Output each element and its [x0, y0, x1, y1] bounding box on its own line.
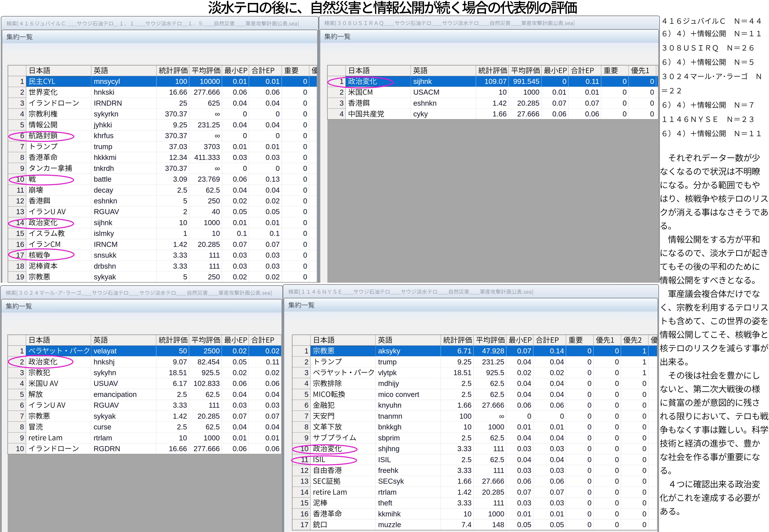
svg-text:0.02: 0.02	[517, 369, 531, 377]
svg-text:10: 10	[212, 229, 220, 237]
svg-text:3703: 3703	[204, 143, 220, 151]
svg-text:decay: decay	[94, 186, 113, 194]
svg-text:0.04: 0.04	[550, 390, 564, 398]
svg-text:0.01: 0.01	[265, 434, 279, 442]
svg-text:∞: ∞	[215, 164, 220, 172]
svg-text:12: 12	[300, 466, 308, 474]
svg-text:0: 0	[615, 358, 619, 366]
svg-text:47.928: 47.928	[482, 347, 504, 355]
svg-text:2500: 2500	[204, 347, 220, 355]
svg-text:0: 0	[623, 88, 627, 96]
svg-text:0: 0	[303, 175, 307, 183]
svg-text:1000: 1000	[523, 88, 539, 96]
svg-text:82.454: 82.454	[198, 358, 220, 366]
svg-text:0: 0	[615, 510, 619, 518]
svg-text:0: 0	[642, 412, 646, 420]
svg-text:0: 0	[303, 197, 307, 205]
svg-text:0: 0	[303, 143, 307, 151]
svg-text:1: 1	[183, 229, 187, 237]
svg-text:3: 3	[20, 369, 24, 377]
svg-text:2.5: 2.5	[461, 456, 472, 464]
svg-text:theft: theft	[378, 499, 392, 507]
svg-text:8: 8	[20, 153, 24, 161]
svg-text:2.5: 2.5	[461, 390, 472, 398]
svg-text:0: 0	[243, 164, 247, 172]
svg-text:rtrlam: rtrlam	[378, 488, 397, 496]
svg-text:0: 0	[615, 423, 619, 431]
svg-text:USUAV: USUAV	[94, 379, 118, 387]
svg-text:62.5: 62.5	[490, 456, 504, 464]
svg-text:0.03: 0.03	[517, 445, 531, 453]
svg-text:0.03: 0.03	[233, 153, 247, 161]
svg-text:7: 7	[20, 143, 24, 151]
svg-text:20.285: 20.285	[517, 99, 539, 107]
svg-text:∞: ∞	[215, 110, 220, 118]
svg-text:0: 0	[615, 434, 619, 442]
svg-text:0.06: 0.06	[233, 88, 247, 96]
svg-text:mdhijy: mdhijy	[378, 379, 399, 387]
svg-text:trump: trump	[94, 143, 112, 151]
svg-text:0.03: 0.03	[517, 499, 531, 507]
svg-text:0.04: 0.04	[266, 186, 280, 194]
svg-text:rtrlam: rtrlam	[94, 434, 112, 442]
svg-text:250: 250	[208, 197, 220, 205]
svg-text:925.5: 925.5	[486, 369, 504, 377]
svg-text:40: 40	[212, 208, 220, 216]
svg-text:1: 1	[305, 347, 308, 355]
svg-text:hkkkmi: hkkkmi	[94, 153, 116, 161]
svg-text:6.17: 6.17	[173, 379, 187, 387]
svg-text:2: 2	[305, 358, 308, 366]
svg-text:0.06: 0.06	[265, 379, 279, 387]
svg-text:5: 5	[305, 390, 308, 398]
svg-text:16: 16	[16, 240, 24, 248]
svg-text:hnkshj: hnkshj	[94, 358, 114, 366]
svg-text:0.03: 0.03	[266, 251, 280, 259]
svg-text:0: 0	[642, 379, 646, 387]
svg-text:0.06: 0.06	[233, 379, 247, 387]
svg-text:0: 0	[276, 132, 280, 140]
svg-text:0.01: 0.01	[233, 434, 247, 442]
svg-text:0: 0	[615, 456, 619, 464]
svg-text:0: 0	[588, 401, 591, 409]
svg-text:20.285: 20.285	[198, 412, 220, 420]
svg-text:0: 0	[562, 77, 566, 85]
svg-text:0: 0	[642, 434, 646, 442]
svg-text:battle: battle	[94, 175, 112, 183]
svg-text:1.66: 1.66	[493, 110, 507, 118]
svg-text:0.02: 0.02	[266, 273, 280, 281]
svg-text:1000: 1000	[204, 434, 220, 442]
svg-text:3: 3	[305, 369, 308, 377]
svg-text:0.06: 0.06	[517, 477, 531, 485]
svg-text:0.03: 0.03	[517, 466, 531, 474]
svg-text:0.05: 0.05	[233, 208, 247, 216]
svg-text:4: 4	[20, 379, 24, 387]
svg-text:15: 15	[300, 499, 308, 507]
svg-text:0.01: 0.01	[266, 219, 280, 227]
svg-text:SECsyk: SECsyk	[378, 477, 404, 485]
svg-text:2: 2	[20, 88, 24, 96]
svg-text:1000: 1000	[488, 423, 504, 431]
svg-text:0.04: 0.04	[233, 99, 247, 107]
svg-text:0.03: 0.03	[266, 153, 280, 161]
svg-text:0: 0	[276, 164, 280, 172]
svg-text:148: 148	[492, 521, 504, 529]
svg-text:18: 18	[16, 262, 24, 270]
svg-text:0.02: 0.02	[266, 197, 280, 205]
svg-text:0.07: 0.07	[517, 488, 531, 496]
svg-text:sykyhn: sykyhn	[94, 369, 116, 377]
svg-text:0: 0	[615, 390, 619, 398]
svg-text:1000: 1000	[488, 510, 504, 518]
svg-text:7: 7	[305, 412, 308, 420]
svg-text:0.1: 0.1	[270, 229, 280, 237]
svg-text:370.37: 370.37	[165, 110, 187, 118]
svg-text:1: 1	[642, 347, 646, 355]
svg-text:0.06: 0.06	[233, 175, 247, 183]
svg-text:9.07: 9.07	[173, 358, 187, 366]
svg-text:10: 10	[463, 510, 472, 518]
svg-text:0: 0	[615, 369, 619, 377]
svg-text:0: 0	[642, 477, 646, 485]
svg-text:0: 0	[642, 499, 646, 507]
svg-text:0.04: 0.04	[233, 390, 247, 398]
svg-text:3.33: 3.33	[457, 466, 472, 474]
svg-text:411.333: 411.333	[194, 153, 220, 161]
